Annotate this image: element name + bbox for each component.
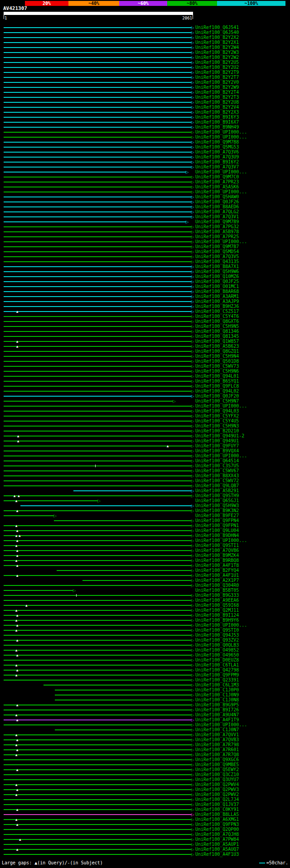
hit-label[interactable]: UniRef100_UPI000... [195,403,247,408]
hit-label[interactable]: UniRef100_Q304R0 [195,583,239,588]
hit-bar[interactable] [82,580,192,581]
hit-label[interactable]: UniRef100_Q9M7C0 [195,174,239,179]
hit-label[interactable]: UniRef100_UPI000... [195,129,247,134]
hit-label[interactable]: UniRef100_Q501D8 [195,359,239,364]
hit-label[interactable]: UniRef100_C5H9N5 [195,324,239,329]
hit-label[interactable]: UniRef100_A7PW84 [195,837,239,842]
hit-bar[interactable] [4,32,192,33]
hit-bar[interactable] [4,27,192,28]
hit-label[interactable]: UniRef100_D0EUZ8 [195,657,239,662]
hit-bar[interactable] [4,341,192,342]
hit-label[interactable]: UniRef100_Q94J53 [195,633,239,638]
hit-bar[interactable] [4,72,192,73]
hit-label[interactable]: UniRef100_C5H9N4 [195,354,239,359]
hit-bar[interactable] [4,411,192,412]
hit-label[interactable]: UniRef100_A5AUQ7 [195,847,239,852]
hit-bar[interactable] [4,286,192,287]
hit-label[interactable]: UniRef100_A4F1U3 [195,852,239,857]
hit-bar[interactable] [4,565,192,566]
hit-bar[interactable] [4,610,192,611]
hit-bar[interactable] [4,416,192,417]
hit-label[interactable]: UniRef100_A3AJP9 [195,299,239,304]
hit-bar[interactable] [4,784,192,785]
hit-bar[interactable] [4,306,192,307]
hit-bar[interactable] [4,834,192,835]
hit-bar[interactable] [4,62,192,63]
hit-label[interactable]: UniRef100_Q9XGC6 [195,757,239,762]
hit-label[interactable]: UniRef100_UPI000... [195,169,247,174]
hit-bar[interactable] [4,715,192,715]
hit-bar[interactable] [4,734,192,735]
hit-bar[interactable] [4,675,192,676]
hit-label[interactable]: UniRef100_O49650 [195,652,239,657]
hit-bar[interactable] [4,271,192,272]
hit-bar[interactable] [4,371,192,372]
hit-label[interactable]: UniRef100_Q2L7J4 [195,797,239,802]
hit-label[interactable]: UniRef100_Q94L03 [195,408,239,413]
hit-bar[interactable] [4,705,192,705]
hit-bar[interactable] [4,456,192,456]
hit-label[interactable]: UniRef100_B2Y2T7 [195,75,239,80]
hit-bar[interactable] [4,535,192,536]
hit-label[interactable]: UniRef100_Q9FPM9 [195,672,239,677]
hit-label[interactable]: UniRef100_B9G333 [195,593,239,598]
hit-label[interactable]: UniRef100_A7PG32 [195,224,239,229]
hit-bar[interactable] [4,386,192,387]
hit-bar[interactable] [4,182,192,182]
hit-label[interactable]: UniRef100_Q9STI0 [195,628,239,633]
hit-bar[interactable] [4,187,192,187]
hit-bar[interactable] [4,854,192,855]
hit-bar[interactable] [4,266,192,267]
hit-label[interactable]: UniRef100_Q9M7B7 [195,244,239,249]
hit-label[interactable]: UniRef100_Q0QLB3 [195,643,239,647]
hit-bar[interactable] [4,585,192,586]
hit-bar[interactable] [4,177,192,177]
hit-bar[interactable] [4,87,192,88]
hit-label[interactable]: UniRef100_C1J0N9 [195,692,239,697]
hit-label[interactable]: UniRef100_Q94L02 [195,388,239,393]
hit-bar[interactable] [4,52,192,53]
hit-label[interactable]: UniRef100_B2Y2X3 [195,110,239,115]
hit-bar[interactable] [55,690,192,691]
hit-label[interactable]: UniRef100_Q9FUY7 [195,443,239,448]
hit-bar[interactable] [4,739,192,740]
hit-bar[interactable] [4,406,192,407]
hit-label[interactable]: UniRef100_C5YFX2 [195,413,239,418]
hit-bar[interactable] [4,147,192,148]
hit-label[interactable]: UniRef100_A7R7Q8 [195,752,239,757]
hit-label[interactable]: UniRef100_C6L1M3 [195,682,239,687]
hit-bar[interactable] [4,47,192,48]
hit-label[interactable]: UniRef100_Q5HAW0 [195,194,239,199]
hit-label[interactable]: UniRef100_B2D210 [195,428,239,433]
hit-bar[interactable] [4,844,192,845]
hit-bar[interactable] [4,829,192,830]
hit-bar[interactable] [4,774,192,775]
hit-label[interactable]: UniRef100_B8AR68 [195,289,239,294]
hit-bar[interactable] [4,480,192,481]
hit-label[interactable]: UniRef100_Q42798 [195,667,239,672]
hit-bar[interactable] [4,764,192,765]
hit-bar[interactable] [4,201,192,202]
hit-label[interactable]: UniRef100_C5Y4U5 [195,418,239,423]
hit-bar[interactable] [4,97,192,98]
hit-label[interactable]: UniRef100_A5ASK6 [195,184,239,189]
hit-label[interactable]: UniRef100_Q5H9W6 [195,269,239,274]
hit-bar[interactable] [4,640,192,641]
hit-bar[interactable] [4,122,192,123]
hit-bar[interactable] [4,421,192,422]
hit-bar[interactable] [4,216,192,217]
hit-label[interactable]: UniRef100_C1J0N7 [195,727,239,732]
hit-bar[interactable] [4,590,73,591]
hit-bar[interactable] [4,550,192,551]
hit-bar[interactable] [4,251,192,252]
hit-bar[interactable] [4,162,192,163]
hit-label[interactable]: UniRef100_A7PR23 [195,179,239,184]
hit-bar[interactable] [4,809,192,810]
hit-label[interactable]: UniRef100_A7Q3U9 [195,154,239,159]
hit-label[interactable]: UniRef100_Q5MD54 [195,249,239,254]
hit-label[interactable]: UniRef100_Q43135 [195,259,239,264]
hit-label[interactable]: UniRef100_B2FYQ4 [195,568,239,573]
hit-bar[interactable] [4,436,192,436]
hit-label[interactable]: UniRef100_B5BT05 [195,588,239,593]
hit-label[interactable]: UniRef100_Q9FPN1 [195,523,239,528]
